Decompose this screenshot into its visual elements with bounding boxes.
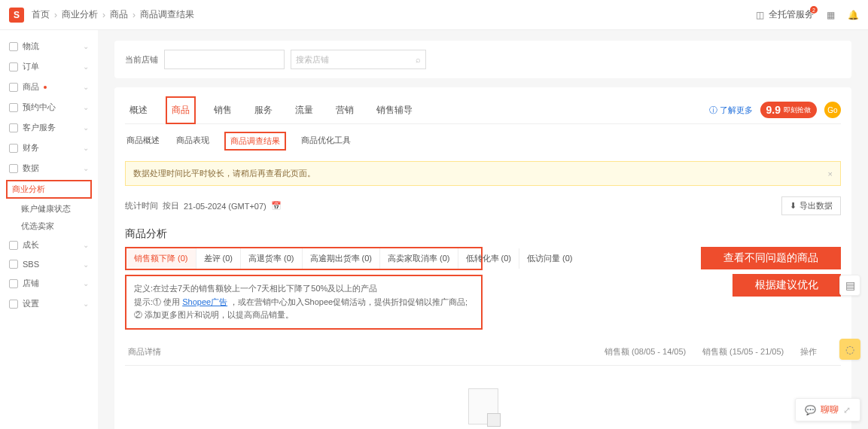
empty-state: 没有数据 [125, 366, 841, 429]
chat-expand-icon: ⤢ [843, 405, 851, 415]
callout-optimize: 根据建议优化 [732, 274, 841, 297]
callout-view-issues: 查看不同问题的商品 [701, 247, 841, 269]
float-help-button[interactable]: ◌ [839, 339, 860, 360]
chat-icon: 💬 [805, 405, 816, 415]
processing-alert: 数据处理时间比平时较长，请稍后再查看此页面。 × [125, 161, 841, 186]
chat-button[interactable]: 💬 聊聊 ⤢ [795, 398, 860, 421]
definition-box: 定义:在过去7天的销售额较上一个7天相比下降了50%及以上的产品 提示:① 使用… [125, 275, 483, 330]
filter-high-return[interactable]: 高退货率 (0) [241, 248, 303, 269]
main-content: 当前店铺 搜索店铺 ⌕ 概述 商品 销售 服务 流量 营销 销售辅导 ⓘ了解更多 [98, 30, 868, 429]
bell-icon[interactable]: 🔔 [847, 9, 859, 21]
tab-service[interactable]: 服务 [250, 98, 277, 123]
sidebar-item-service[interactable]: 客户服务⌄ [0, 117, 98, 138]
breadcrumb-item[interactable]: 商业分析 [62, 8, 98, 21]
cube-icon: ◫ [754, 9, 766, 21]
definition-text: 定义:在过去7天的销售额较上一个7天相比下降了50%及以上的产品 [134, 282, 474, 296]
learn-more-link[interactable]: ⓘ了解更多 [709, 105, 753, 116]
float-widget-button[interactable]: ▤ [839, 275, 860, 296]
shopee-logo[interactable]: S [9, 8, 24, 23]
filter-late-ship[interactable]: 高逾期出货率 (0) [303, 248, 381, 269]
sidebar-item-growth[interactable]: 成长⌄ [0, 235, 98, 255]
time-label: 统计时间 [125, 200, 158, 211]
empty-icon [468, 388, 498, 424]
section-title: 商品分析 [125, 220, 841, 247]
sidebar-item-sbs[interactable]: SBS⌄ [0, 255, 98, 273]
alert-close-button[interactable]: × [828, 169, 833, 178]
sidebar-sub-account-health[interactable]: 账户健康状态 [0, 200, 98, 218]
filter-seller-cancel[interactable]: 高卖家取消率 (0) [380, 248, 458, 269]
shopee-ads-link[interactable]: Shopee广告 [182, 297, 227, 306]
top-header: S 首页 › 商业分析 › 商品 › 商品调查结果 ◫ 全托管服务 2 ▦ 🔔 [0, 0, 868, 30]
sidebar-item-products[interactable]: 商品 ⌄ [0, 77, 98, 97]
breadcrumb-sep: › [132, 10, 136, 20]
subtab-product-performance[interactable]: 商品表现 [175, 132, 211, 151]
download-icon: ⬇ [790, 201, 796, 211]
sidebar-item-orders[interactable]: 订单⌄ [0, 56, 98, 77]
shop-search-input[interactable]: 搜索店铺 ⌕ [291, 50, 426, 69]
export-button[interactable]: ⬇ 导出数据 [781, 196, 841, 215]
subtab-product-diagnosis[interactable]: 商品调查结果 [224, 132, 286, 151]
sidebar-item-settings[interactable]: 设置⌄ [0, 294, 98, 314]
shop-select[interactable] [164, 50, 285, 69]
tab-overview[interactable]: 概述 [125, 98, 152, 123]
sidebar-item-finance[interactable]: 财务⌄ [0, 138, 98, 158]
sidebar-item-logistics[interactable]: 物流⌄ [0, 36, 98, 56]
th-operation: 操作 [800, 346, 838, 358]
table-header: 商品详情 销售额 (08/05 - 14/05) 销售额 (15/05 - 21… [125, 339, 841, 366]
tab-product[interactable]: 商品 [166, 96, 196, 124]
tab-coaching[interactable]: 销售辅导 [372, 98, 417, 123]
breadcrumb-item[interactable]: 首页 [32, 8, 50, 21]
filter-row: 销售额下降 (0) 差评 (0) 高退货率 (0) 高逾期出货率 (0) 高卖家… [125, 247, 841, 330]
sidebar-item-reservation[interactable]: 预约中心⌄ [0, 97, 98, 117]
th-sales-curr: 销售额 (15/05 - 21/05) [702, 346, 800, 358]
notification-badge: 2 [810, 6, 818, 14]
breadcrumb-sep: › [102, 10, 105, 20]
th-product: 商品详情 [128, 346, 605, 358]
subtab-product-optimize[interactable]: 商品优化工具 [300, 132, 352, 151]
tab-traffic[interactable]: 流量 [291, 98, 318, 123]
promo-badge[interactable]: 9.9即刻抢做 [760, 102, 817, 118]
go-button[interactable]: Go [824, 102, 841, 118]
breadcrumb-item[interactable]: 商品 [110, 8, 128, 21]
th-sales-prev: 销售额 (08/05 - 14/05) [605, 346, 702, 358]
filter-bad-review[interactable]: 差评 (0) [196, 248, 242, 269]
shop-selector-panel: 当前店铺 搜索店铺 ⌕ [114, 41, 851, 78]
time-mode[interactable]: 按日 [163, 200, 179, 211]
calendar-icon[interactable]: 📅 [271, 201, 282, 211]
sidebar-sub-preferred-seller[interactable]: 优选卖家 [0, 218, 98, 235]
time-range-row: 统计时间 按日 21-05-2024 (GMT+07) 📅 ⬇ 导出数据 [125, 192, 841, 220]
service-button[interactable]: ◫ 全托管服务 2 [754, 8, 814, 21]
info-icon: ⓘ [709, 105, 717, 116]
breadcrumb-item: 商品调查结果 [140, 8, 194, 21]
grid-icon[interactable]: ▦ [824, 9, 836, 21]
tab-marketing[interactable]: 营销 [331, 98, 358, 123]
main-tabs: 概述 商品 销售 服务 流量 营销 销售辅导 ⓘ了解更多 9.9即刻抢做 Go [125, 96, 841, 124]
time-value[interactable]: 21-05-2024 (GMT+07) [184, 202, 266, 211]
tab-sales[interactable]: 销售 [209, 98, 236, 123]
sidebar-item-data[interactable]: 数据⌄ [0, 158, 98, 178]
search-icon: ⌕ [416, 55, 421, 64]
left-sidebar: 物流⌄ 订单⌄ 商品 ⌄ 预约中心⌄ 客户服务⌄ 财务⌄ 数据⌄ 商业分析 账户… [0, 30, 98, 429]
sidebar-sub-business-analysis[interactable]: 商业分析 [6, 180, 92, 199]
filter-low-conversion[interactable]: 低转化率 (0) [458, 248, 520, 269]
shop-label: 当前店铺 [125, 54, 158, 65]
filter-low-traffic[interactable]: 低访问量 (0) [519, 248, 580, 269]
breadcrumb: 首页 › 商业分析 › 商品 › 商品调查结果 [32, 8, 194, 21]
sub-tabs: 商品概述 商品表现 商品调查结果 商品优化工具 [125, 124, 841, 155]
filter-sales-drop[interactable]: 销售额下降 (0) [126, 248, 196, 269]
sidebar-item-shop[interactable]: 店铺⌄ [0, 273, 98, 294]
main-panel: 概述 商品 销售 服务 流量 营销 销售辅导 ⓘ了解更多 9.9即刻抢做 Go … [114, 87, 851, 429]
issue-filter-tabs: 销售额下降 (0) 差评 (0) 高退货率 (0) 高逾期出货率 (0) 高卖家… [125, 247, 483, 270]
tip-prefix: 提示:① 使用 [134, 297, 180, 306]
breadcrumb-sep: › [54, 10, 57, 20]
subtab-product-overview[interactable]: 商品概述 [125, 132, 161, 151]
